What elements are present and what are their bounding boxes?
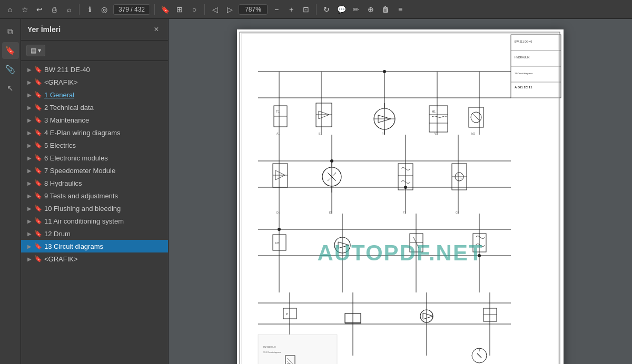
svg-text:T1: T1 xyxy=(276,110,280,113)
bookmark-icon-top[interactable]: 🔖 xyxy=(159,4,171,15)
panel-toolbar: ▤ ▾ xyxy=(21,41,168,61)
bookmark-label: 10 Flushing and bleeding xyxy=(44,205,121,213)
pages-btn[interactable]: ⧉ xyxy=(2,23,19,40)
bookmark-leaf-icon: 🔖 xyxy=(34,229,42,238)
bookmark-item-general[interactable]: ▶🔖1 General xyxy=(21,88,168,101)
separator-1 xyxy=(79,4,80,15)
bookmark-leaf-icon: 🔖 xyxy=(34,217,42,225)
rotate-icon[interactable]: ↻ xyxy=(321,4,332,15)
bookmark-item-electrics[interactable]: ▶🔖5 Electrics xyxy=(21,139,168,151)
svg-text:M1: M1 xyxy=(432,110,436,113)
bookmark-leaf-icon: 🔖 xyxy=(34,90,42,99)
info-icon[interactable]: ℹ xyxy=(84,4,95,15)
expand-arrow-icon: ▶ xyxy=(25,166,34,175)
bookmark-leaf-icon: 🔖 xyxy=(34,141,42,149)
bookmark-label: 5 Electrics xyxy=(44,141,76,149)
top-toolbar: ⌂ ☆ ↩ ⎙ ⌕ ℹ ◎ 379 / 432 🔖 ⊞ ○ ◁ ▷ 787% −… xyxy=(0,0,632,19)
cursor-btn[interactable]: ↖ xyxy=(2,80,19,97)
bookmark-item-grafik2[interactable]: ▶🔖<GRAFIK> xyxy=(21,252,168,265)
back-icon[interactable]: ↩ xyxy=(34,4,45,15)
attachments-btn[interactable]: 📎 xyxy=(2,61,19,78)
svg-text:G1: G1 xyxy=(456,211,459,214)
panel-view-btn[interactable]: ▤ ▾ xyxy=(26,45,45,56)
expand-arrow-icon: ▶ xyxy=(25,128,34,137)
bookmarks-tree[interactable]: ▶🔖BW 211 DE-40▶🔖<GRAFIK>▶🔖1 General▶🔖2 T… xyxy=(21,61,168,364)
expand-arrow-icon: ▶ xyxy=(25,65,34,74)
expand-arrow-icon: ▶ xyxy=(25,154,34,162)
bookmark-label: <GRAFIK> xyxy=(44,255,78,263)
search-icon[interactable]: ⌕ xyxy=(63,4,75,15)
expand-arrow-icon: ▶ xyxy=(25,78,34,86)
bookmark-item-eplan[interactable]: ▶🔖4 E-Plan wiring diagrams xyxy=(21,126,168,139)
more-icon-1[interactable]: ⊕ xyxy=(365,4,377,15)
nav-left-icon[interactable]: ◁ xyxy=(209,4,221,15)
bookmark-label: 7 Speedometer Module xyxy=(44,167,115,175)
bookmark-leaf-icon: 🔖 xyxy=(34,179,42,187)
expand-arrow-icon: ▶ xyxy=(25,255,34,263)
home-icon[interactable]: ⌂ xyxy=(4,4,16,15)
svg-text:M2: M2 xyxy=(471,132,475,135)
bookmark-label: <GRAFIK> xyxy=(44,78,78,86)
svg-text:BW 211 DE-40: BW 211 DE-40 xyxy=(515,40,532,43)
bookmarks-panel: Yer İmleri × ▤ ▾ ▶🔖BW 211 DE-40▶🔖<GRAFIK… xyxy=(21,19,169,364)
circle-icon[interactable]: ○ xyxy=(189,4,200,15)
nav-right-icon[interactable]: ▷ xyxy=(224,4,235,15)
bookmarks-btn[interactable]: 🔖 xyxy=(2,42,19,59)
bookmark-item-electronic[interactable]: ▶🔖6 Electronic modules xyxy=(21,151,168,164)
comment-icon[interactable]: 💬 xyxy=(335,4,347,15)
expand-arrow-icon: ▶ xyxy=(25,242,34,250)
expand-arrow-icon: ▶ xyxy=(25,141,34,149)
bookmark-item-tests[interactable]: ▶🔖9 Tests and adjustments xyxy=(21,189,168,202)
bookmark-label: 1 General xyxy=(44,91,74,99)
separator-4 xyxy=(316,4,317,15)
bookmark-leaf-icon: 🔖 xyxy=(34,65,42,74)
bookmark-label: 12 Drum xyxy=(44,230,71,238)
svg-point-97 xyxy=(404,186,407,189)
svg-text:F1: F1 xyxy=(403,211,406,214)
bookmark-item-hydraulics[interactable]: ▶🔖8 Hydraulics xyxy=(21,177,168,189)
bookmark-leaf-icon: 🔖 xyxy=(34,242,42,250)
svg-text:13.1 Circuit diagrams: 13.1 Circuit diagrams xyxy=(263,351,281,353)
icon-bar: ⧉ 🔖 📎 ↖ xyxy=(0,19,21,364)
bookmark-item-grafik1[interactable]: ▶🔖<GRAFIK> xyxy=(21,76,168,88)
bookmark-item-circuit[interactable]: ▶🔖13 Circuit diagrams xyxy=(21,240,168,252)
page-info[interactable]: 379 / 432 xyxy=(113,4,150,15)
bookmark-leaf-icon: 🔖 xyxy=(34,166,42,175)
bookmark-star-icon[interactable]: ☆ xyxy=(19,4,31,15)
bookmark-item-drum[interactable]: ▶🔖12 Drum xyxy=(21,227,168,240)
more-icon-2[interactable]: ≡ xyxy=(394,4,406,15)
bookmark-leaf-icon: 🔖 xyxy=(34,154,42,162)
bookmark-item-maintenance[interactable]: ▶🔖3 Maintenance xyxy=(21,114,168,126)
print-icon[interactable]: ⎙ xyxy=(48,4,60,15)
bookmark-label: 9 Tests and adjustments xyxy=(44,192,118,200)
expand-arrow-icon: ▶ xyxy=(25,204,34,213)
expand-arrow-icon: ▶ xyxy=(25,116,34,124)
expand-arrow-icon: ▶ xyxy=(25,90,34,99)
bookmark-item-bw211[interactable]: ▶🔖BW 211 DE-40 xyxy=(21,63,168,76)
pdf-viewer[interactable]: AUTOPDF.NET BW 211 DE-40 HYDRAULIK 13 Ci… xyxy=(169,19,632,364)
panel-title: Yer İmleri xyxy=(27,25,61,34)
bookmark-label: 8 Hydraulics xyxy=(44,179,82,187)
bookmark-item-flushing[interactable]: ▶🔖10 Flushing and bleeding xyxy=(21,202,168,215)
svg-text:B1: B1 xyxy=(319,132,322,135)
main-area: ⧉ 🔖 📎 ↖ Yer İmleri × ▤ ▾ ▶🔖BW 211 DE-40▶… xyxy=(0,19,632,364)
layers-icon[interactable]: ⊞ xyxy=(174,4,185,15)
svg-text:E1: E1 xyxy=(329,211,332,214)
expand-arrow-icon: ▶ xyxy=(25,217,34,225)
svg-point-99 xyxy=(478,254,481,257)
panel-close-button[interactable]: × xyxy=(151,24,162,35)
target-icon[interactable]: ◎ xyxy=(98,4,110,15)
zoom-info[interactable]: 787% xyxy=(239,4,268,15)
bookmark-item-speedometer[interactable]: ▶🔖7 Speedometer Module xyxy=(21,164,168,177)
bookmark-item-technical[interactable]: ▶🔖2 Technical data xyxy=(21,101,168,114)
zoom-in-icon[interactable]: + xyxy=(285,4,297,15)
bookmark-label: 4 E-Plan wiring diagrams xyxy=(44,129,121,137)
bookmark-leaf-icon: 🔖 xyxy=(34,204,42,213)
bookmark-leaf-icon: 🔖 xyxy=(34,116,42,124)
fit-icon[interactable]: ⊡ xyxy=(300,4,312,15)
bookmark-item-aircon[interactable]: ▶🔖11 Air conditioning system xyxy=(21,215,168,227)
bookmark-label: 2 Technical data xyxy=(44,104,94,112)
zoom-out-icon[interactable]: − xyxy=(271,4,282,15)
pen-icon[interactable]: ✏ xyxy=(350,4,362,15)
delete-icon[interactable]: 🗑 xyxy=(380,4,391,15)
